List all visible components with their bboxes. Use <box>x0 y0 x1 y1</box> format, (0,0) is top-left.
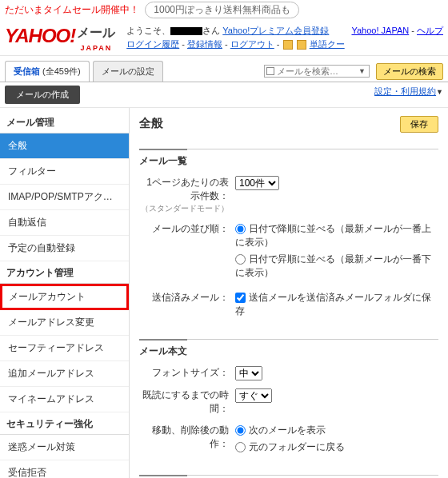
tab-inbox-label: 受信箱 <box>14 66 40 76</box>
greeting-prefix: ようこそ、 <box>126 26 170 35</box>
tab-inbox[interactable]: 受信箱 (全459件) <box>5 61 90 82</box>
premium-link[interactable]: Yahoo!プレミアム会員登録 <box>222 26 329 35</box>
sidebar-item-spam[interactable]: 迷惑メール対策 <box>0 435 129 460</box>
sidebar-item-general[interactable]: 全般 <box>0 133 129 159</box>
font-label: フォントサイズ： <box>139 366 235 380</box>
after-label: 移動、削除後の動作： <box>139 424 235 451</box>
search-button[interactable]: メールの検索 <box>376 63 443 80</box>
sidebar-item-myname-address[interactable]: マイネームアドレス <box>0 387 129 412</box>
sidebar-item-address-change[interactable]: メールアドレス変更 <box>0 310 129 336</box>
per-page-select[interactable]: 100件 <box>235 176 279 190</box>
search-scope-icon[interactable] <box>266 67 274 75</box>
sidebar: メール管理 全般 フィルター IMAP/POP/SMTPアク… 自動返信 予定の… <box>0 108 130 478</box>
save-button[interactable]: 保存 <box>400 116 438 133</box>
main: メール管理 全般 フィルター IMAP/POP/SMTPアク… 自動返信 予定の… <box>0 108 448 478</box>
promo-bar: ただいまタイムセール開催中！ 1000円ぽっきり送料無料商品も <box>0 0 448 20</box>
cart-icon[interactable] <box>283 40 293 50</box>
sidebar-heading-account: アカウント管理 <box>0 261 129 284</box>
sort-asc-option[interactable]: 日付で昇順に並べる（最新メールが一番下に表示） <box>235 253 438 280</box>
header: YAHOO!メール JAPAN ようこそ、さん Yahoo!プレミアム会員登録 … <box>0 20 448 56</box>
star-icon[interactable] <box>297 40 306 50</box>
sidebar-item-imap[interactable]: IMAP/POP/SMTPアク… <box>0 185 129 210</box>
sort-desc-option[interactable]: 日付で降順に並べる（最新メールが一番上に表示） <box>235 222 438 249</box>
read-time-select[interactable]: すぐ <box>235 388 272 403</box>
logo[interactable]: YAHOO!メール JAPAN <box>5 25 115 52</box>
tango-link[interactable]: 単語クー <box>310 39 345 49</box>
per-page-label: 1ページあたりの表示件数： <box>146 177 229 201</box>
search-dropdown-icon[interactable]: ▼ <box>357 67 367 75</box>
section-mail-list: メール一覧 <box>139 149 438 168</box>
top-links: Yahoo! JAPAN - ヘルプ <box>351 25 443 52</box>
sub-row: メールの作成 設定・利用規約▼ <box>0 82 448 108</box>
sidebar-item-filter[interactable]: フィルター <box>0 159 129 185</box>
after-next-option[interactable]: 次のメールを表示 <box>235 424 438 437</box>
content: 全般 保存 メール一覧 1ページあたりの表示件数： （スタンダードモード） 10… <box>130 108 448 478</box>
username-masked <box>170 27 202 35</box>
read-label: 既読にするまでの時間： <box>139 388 235 416</box>
sidebar-heading-mail: メール管理 <box>0 111 129 133</box>
sidebar-heading-security: セキュリティー強化 <box>0 412 129 435</box>
sidebar-item-mail-account[interactable]: メールアカウント <box>0 284 129 310</box>
promo-sale-link[interactable]: ただいまタイムセール開催中！ <box>5 4 139 15</box>
section-all: 全体 <box>139 475 438 478</box>
section-mail-body: メール本文 <box>139 339 438 358</box>
font-size-select[interactable]: 中 <box>235 366 262 380</box>
reg-info-link[interactable]: 登録情報 <box>187 39 222 49</box>
settings-terms-link[interactable]: 設定・利用規約 <box>374 86 436 96</box>
login-history-link[interactable]: ログイン履歴 <box>126 39 179 49</box>
sidebar-item-autoreply[interactable]: 自動返信 <box>0 210 129 236</box>
tab-bar: 受信箱 (全459件) メールの設定 ▼ メールの検索 <box>0 56 448 82</box>
after-back-option[interactable]: 元のフォルダーに戻る <box>235 440 438 454</box>
sent-label: 送信済みメール： <box>139 291 235 305</box>
help-link[interactable]: ヘルプ <box>417 26 443 35</box>
greeting-suffix: さん <box>202 26 220 35</box>
sent-save-option[interactable]: 送信メールを送信済みメールフォルダに保存 <box>235 291 438 318</box>
page-title: 全般 <box>139 116 163 131</box>
sort-label: メールの並び順： <box>139 222 235 236</box>
logout-link[interactable]: ログアウト <box>230 39 274 49</box>
header-right: ようこそ、さん Yahoo!プレミアム会員登録 ログイン履歴 - 登録情報 - … <box>126 25 351 52</box>
logo-mail: メール <box>75 26 115 39</box>
search-box[interactable]: ▼ <box>264 65 370 78</box>
logo-yahoo: YAHOO! <box>5 25 75 46</box>
sidebar-item-extra-address[interactable]: 追加メールアドレス <box>0 361 129 387</box>
sidebar-item-safety-address[interactable]: セーフティーアドレス <box>0 336 129 361</box>
tab-settings[interactable]: メールの設定 <box>93 61 163 82</box>
compose-button[interactable]: メールの作成 <box>5 86 80 104</box>
promo-oval-link[interactable]: 1000円ぽっきり送料無料商品も <box>145 2 299 18</box>
search-input[interactable] <box>277 66 357 76</box>
sidebar-item-block[interactable]: 受信拒否 <box>0 460 129 478</box>
tab-inbox-count: (全459件) <box>40 66 81 76</box>
sidebar-item-schedule[interactable]: 予定の自動登録 <box>0 236 129 261</box>
yahoo-japan-link[interactable]: Yahoo! JAPAN <box>351 26 409 35</box>
per-page-sub: （スタンダードモード） <box>139 203 229 214</box>
